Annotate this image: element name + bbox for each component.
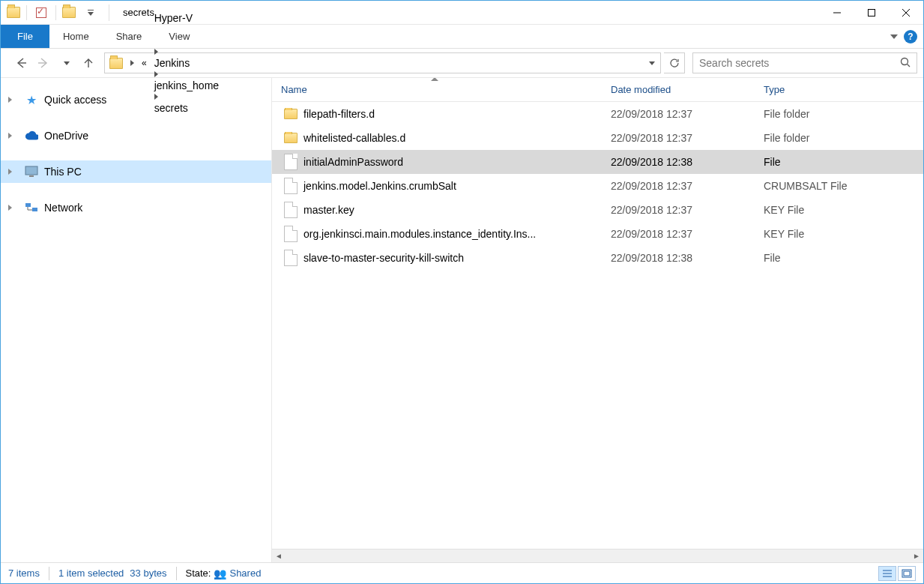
forward-button[interactable]	[34, 53, 53, 73]
file-tab[interactable]: File	[1, 25, 49, 48]
expand-icon[interactable]	[8, 131, 19, 140]
refresh-button[interactable]	[664, 52, 685, 73]
separator	[109, 4, 109, 21]
minimize-button[interactable]	[820, 1, 854, 24]
ribbon-tabs: File Home Share View ?	[1, 25, 923, 49]
status-state-value: Shared	[229, 568, 261, 579]
file-name: org.jenkinsci.main.modules.instance_iden…	[304, 228, 536, 240]
qat-customize-button[interactable]	[82, 4, 98, 21]
tab-share[interactable]: Share	[103, 25, 156, 48]
star-icon: ★	[25, 93, 38, 106]
scroll-right-button[interactable]: ►	[910, 550, 923, 563]
nav-item[interactable]: This PC	[1, 160, 271, 183]
status-item-count: 7 items	[8, 568, 40, 579]
file-icon	[284, 154, 298, 170]
view-switcher	[878, 566, 916, 581]
breadcrumb-segment[interactable]: Jenkins	[151, 57, 241, 69]
sort-indicator-icon	[431, 78, 438, 81]
file-type: KEY File	[755, 228, 923, 240]
details-view-button[interactable]	[878, 566, 896, 581]
file-icon	[284, 226, 298, 242]
properties-icon	[36, 7, 46, 18]
properties-button[interactable]	[33, 4, 49, 21]
nav-item-label: This PC	[44, 166, 82, 178]
file-type: File folder	[755, 132, 923, 144]
window-controls	[820, 1, 923, 24]
file-name: jenkins.model.Jenkins.crumbSalt	[304, 180, 456, 192]
file-date: 22/09/2018 12:37	[602, 108, 755, 120]
file-list-pane: Name Date modified Type filepath-filters…	[272, 78, 923, 562]
window-title: secrets	[120, 7, 154, 18]
nav-item-label: Quick access	[44, 94, 106, 106]
quick-access-toolbar: secrets	[1, 4, 154, 21]
breadcrumb-segment[interactable]: Hyper-V	[151, 12, 241, 24]
column-header-name[interactable]: Name	[272, 78, 602, 101]
file-name: filepath-filters.d	[304, 108, 375, 120]
file-row[interactable]: org.jenkinsci.main.modules.instance_iden…	[272, 222, 923, 246]
breadcrumb-overflow[interactable]: «	[137, 58, 151, 68]
search-placeholder: Search secrets	[699, 57, 769, 69]
expand-icon[interactable]	[8, 167, 19, 176]
help-button[interactable]: ?	[904, 30, 917, 43]
column-header-date[interactable]: Date modified	[602, 78, 755, 101]
svg-rect-11	[32, 208, 37, 211]
monitor-icon	[25, 165, 38, 178]
file-name: slave-to-master-security-kill-switch	[304, 252, 464, 264]
expand-icon[interactable]	[8, 95, 19, 104]
file-name: whitelisted-callables.d	[304, 132, 405, 144]
file-row[interactable]: slave-to-master-security-kill-switch22/0…	[272, 246, 923, 270]
nav-item[interactable]: ★Quick access	[1, 88, 271, 111]
file-date: 22/09/2018 12:37	[602, 132, 755, 144]
back-button[interactable]	[11, 53, 31, 73]
separator	[55, 5, 56, 20]
horizontal-scrollbar[interactable]: ◄ ►	[272, 549, 923, 562]
file-name: master.key	[304, 204, 354, 216]
separator	[26, 5, 27, 20]
nav-item-label: Network	[44, 202, 82, 214]
file-row[interactable]: filepath-filters.d22/09/2018 12:37File f…	[272, 102, 923, 126]
svg-rect-1	[869, 9, 875, 16]
expand-icon[interactable]	[8, 203, 19, 212]
file-date: 22/09/2018 12:37	[602, 204, 755, 216]
up-button[interactable]	[79, 53, 98, 73]
new-folder-icon[interactable]	[62, 7, 76, 18]
ribbon-expand-button[interactable]	[890, 34, 898, 39]
thumbnails-view-button[interactable]	[898, 566, 916, 581]
folder-icon	[7, 7, 20, 18]
file-date: 22/09/2018 12:38	[602, 156, 755, 168]
svg-line-7	[908, 64, 911, 67]
shared-icon: 👥	[214, 568, 226, 580]
address-history-button[interactable]	[644, 61, 660, 65]
file-type: File	[755, 156, 923, 168]
file-date: 22/09/2018 12:37	[602, 180, 755, 192]
file-type: File	[755, 252, 923, 264]
recent-locations-button[interactable]	[56, 53, 76, 73]
file-list[interactable]: filepath-filters.d22/09/2018 12:37File f…	[272, 102, 923, 549]
navigation-pane: ★Quick accessOneDriveThis PCNetwork	[1, 78, 272, 562]
tab-home[interactable]: Home	[49, 25, 103, 48]
title-bar: secrets	[1, 1, 923, 25]
file-row[interactable]: master.key22/09/2018 12:37KEY File	[272, 198, 923, 222]
tab-view[interactable]: View	[155, 25, 203, 48]
file-row[interactable]: jenkins.model.Jenkins.crumbSalt22/09/201…	[272, 174, 923, 198]
nav-item[interactable]: Network	[1, 196, 271, 219]
search-icon	[900, 57, 911, 70]
status-state-label: State:	[186, 568, 211, 579]
folder-icon	[284, 109, 298, 119]
cloud-icon	[25, 129, 38, 142]
file-row[interactable]: whitelisted-callables.d22/09/2018 12:37F…	[272, 126, 923, 150]
scroll-left-button[interactable]: ◄	[272, 550, 286, 563]
column-header-type[interactable]: Type	[755, 78, 923, 101]
address-bar[interactable]: « Hyper-VVirtual Hard DisksJenkinsjenkin…	[104, 52, 661, 73]
close-button[interactable]	[889, 1, 923, 24]
file-row[interactable]: initialAdminPassword22/09/2018 12:38File	[272, 150, 923, 174]
folder-icon	[109, 58, 123, 69]
maximize-button[interactable]	[854, 1, 889, 24]
status-bar: 7 items 1 item selected 33 bytes State: …	[1, 562, 923, 583]
search-input[interactable]: Search secrets	[692, 52, 917, 73]
file-date: 22/09/2018 12:37	[602, 228, 755, 240]
chevron-right-icon[interactable]	[127, 58, 137, 67]
nav-item[interactable]: OneDrive	[1, 124, 271, 147]
file-type: File folder	[755, 108, 923, 120]
svg-rect-8	[25, 166, 37, 175]
